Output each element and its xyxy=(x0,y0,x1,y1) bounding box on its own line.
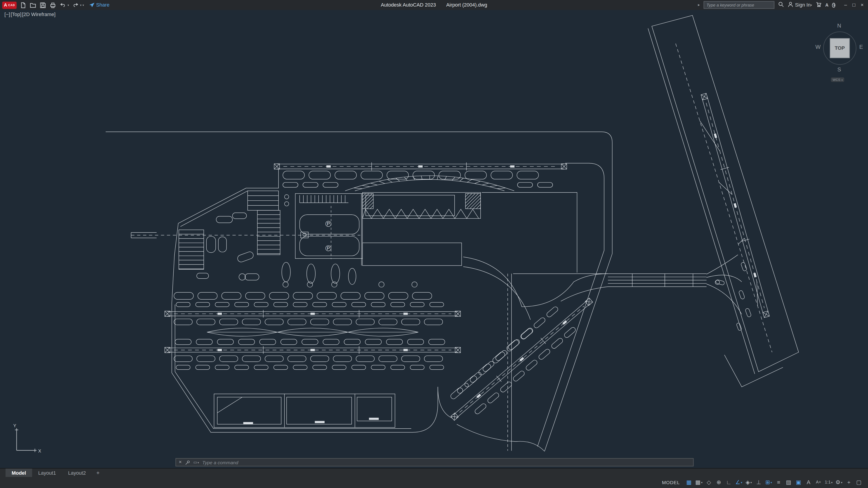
object-snap-tracking-toggle[interactable]: ⊥ xyxy=(754,477,764,488)
window-controls: – □ × xyxy=(841,2,866,8)
share-button[interactable]: Share xyxy=(89,2,110,8)
snap-mode-toggle[interactable]: ▩▾ xyxy=(694,477,704,488)
statusbar: MODEL ▦▩▾◇⊕∟∠▾◈▾⊥⊞▾≡▨▣AA+1:1▾⚙▾+▢ xyxy=(0,477,868,488)
model-space-button[interactable]: MODEL xyxy=(662,480,680,485)
polar-tracking-toggle[interactable]: ∠▾ xyxy=(734,477,743,488)
command-input[interactable]: Type a command xyxy=(202,459,238,465)
ortho-mode-toggle[interactable]: ∟ xyxy=(724,477,734,488)
infer-constraints-toggle[interactable]: ◇ xyxy=(704,477,714,488)
toolbar-customize-icon[interactable]: ▾ xyxy=(83,3,84,7)
viewport-menu-button[interactable]: [−] xyxy=(4,11,10,17)
wcs-menu-button[interactable]: WCS ▾ xyxy=(831,77,844,82)
help-button[interactable]: ?▾ xyxy=(832,2,835,8)
layout-tabbar: ModelLayout1Layout2+ xyxy=(0,468,868,477)
clean-screen-button[interactable]: ▢ xyxy=(854,477,864,488)
open-folder-icon[interactable] xyxy=(29,1,37,8)
recent-commands-button[interactable]: ▭▾ xyxy=(193,460,199,464)
paper-plane-icon xyxy=(89,2,94,8)
drawing-canvas[interactable]: [−][Top][2D Wireframe] P P N S W E TOP W… xyxy=(0,10,868,468)
ucs-icon: Y X xyxy=(5,422,44,460)
sign-in-dropdown-icon[interactable]: ▾ xyxy=(811,3,812,7)
close-button[interactable]: × xyxy=(858,2,866,8)
logo-letter: A xyxy=(4,2,7,7)
autoscale-annotations-toggle[interactable]: A+ xyxy=(814,477,823,488)
statusbar-toggles: ▦▩▾◇⊕∟∠▾◈▾⊥⊞▾≡▨▣AA+1:1▾⚙▾+▢ xyxy=(684,477,864,488)
parking-label: P xyxy=(327,246,330,251)
transparency-toggle[interactable]: ▨ xyxy=(784,477,794,488)
viewcube-west[interactable]: W xyxy=(815,43,820,50)
autocad-window: A CAD ▾ ▾ ▾ Share xyxy=(0,0,868,488)
user-icon xyxy=(788,2,794,8)
new-drawing-icon[interactable] xyxy=(20,1,27,8)
help-dropdown-icon[interactable]: ▾ xyxy=(834,4,835,7)
cart-icon[interactable] xyxy=(816,2,821,8)
annotation-visibility-toggle[interactable]: A xyxy=(804,477,813,488)
search-input[interactable] xyxy=(704,1,774,9)
titlebar: A CAD ▾ ▾ ▾ Share xyxy=(0,0,868,10)
viewport-controls: [−][Top][2D Wireframe] xyxy=(4,11,56,17)
minimize-button[interactable]: – xyxy=(841,2,850,8)
new-layout-button[interactable]: + xyxy=(92,468,104,477)
undo-icon[interactable] xyxy=(59,1,66,8)
share-label: Share xyxy=(96,2,110,8)
search-box xyxy=(704,1,774,9)
dynamic-input-toggle[interactable]: ⊕ xyxy=(714,477,723,488)
customize-wrench-icon[interactable] xyxy=(185,457,190,467)
annotation-monitor-toggle[interactable]: + xyxy=(844,477,854,488)
undo-dropdown-icon[interactable]: ▾ xyxy=(68,3,69,7)
tab-layout1[interactable]: Layout1 xyxy=(32,468,62,477)
viewcube[interactable]: N S W E TOP WCS ▾ xyxy=(811,13,867,86)
redo-dropdown-icon[interactable]: ▾ xyxy=(80,3,81,7)
app-title: Autodesk AutoCAD 2023 xyxy=(381,2,436,8)
search-icon[interactable] xyxy=(778,2,784,8)
wcs-label: WCS xyxy=(833,78,840,81)
save-icon[interactable] xyxy=(39,1,46,8)
quick-access-toolbar: A CAD ▾ ▾ ▾ Share xyxy=(0,1,110,8)
parking-label: P xyxy=(327,221,330,227)
tab-model[interactable]: Model xyxy=(5,468,32,477)
ucs-x-label: X xyxy=(38,449,41,453)
titlebar-right: ▸ Sign In ▾ A▾ ?▾ xyxy=(698,1,868,9)
command-line[interactable]: × ▭▾ Type a command xyxy=(176,458,693,466)
autocad-logo[interactable]: A CAD xyxy=(2,1,17,8)
viewcube-east[interactable]: E xyxy=(860,43,863,50)
viewcube-top-face[interactable]: TOP xyxy=(830,38,850,58)
viewcube-north[interactable]: N xyxy=(811,23,867,29)
annotation-scale-button[interactable]: 1:1▾ xyxy=(824,477,834,488)
plot-printer-icon[interactable] xyxy=(49,1,57,8)
sign-in-label: Sign In xyxy=(795,2,811,8)
document-title: Airport (2004).dwg xyxy=(446,2,487,8)
redo-icon[interactable] xyxy=(72,1,79,8)
viewcube-south[interactable]: S xyxy=(811,66,867,72)
workspace-switching-button[interactable]: ⚙▾ xyxy=(834,477,844,488)
app-manager-dropdown-icon[interactable]: ▾ xyxy=(827,4,828,7)
isometric-drafting-toggle[interactable]: ◈▾ xyxy=(744,477,754,488)
chevron-right-icon[interactable]: ▸ xyxy=(698,3,700,7)
view-controls-button[interactable]: [Top] xyxy=(11,11,22,17)
visual-style-button[interactable]: [2D Wireframe] xyxy=(22,11,55,17)
ucs-y-label: Y xyxy=(13,423,16,428)
sign-in-button[interactable]: Sign In ▾ xyxy=(788,2,812,8)
grid-display-toggle[interactable]: ▦ xyxy=(684,477,694,488)
airport-drawing: P P xyxy=(0,10,868,468)
tab-layout2[interactable]: Layout2 xyxy=(62,468,92,477)
maximize-button[interactable]: □ xyxy=(850,2,858,8)
app-manager-button[interactable]: A▾ xyxy=(825,2,828,8)
close-icon[interactable]: × xyxy=(179,460,182,465)
wcs-dropdown-icon: ▾ xyxy=(841,78,843,81)
lineweight-display-toggle[interactable]: ≡ xyxy=(774,477,783,488)
object-snap-toggle[interactable]: ⊞▾ xyxy=(764,477,774,488)
logo-subtext: CAD xyxy=(8,3,15,7)
selection-cycling-toggle[interactable]: ▣ xyxy=(794,477,803,488)
